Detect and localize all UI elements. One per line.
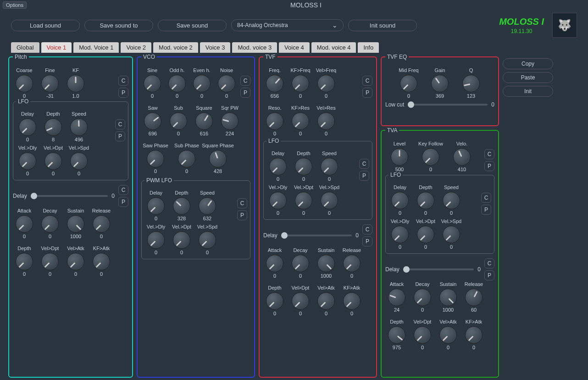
options-button[interactable]: Options — [3, 1, 27, 9]
knob-dial[interactable] — [400, 75, 417, 92]
c-button[interactable]: C — [481, 193, 491, 203]
knob-dial[interactable] — [414, 326, 431, 344]
knob-dial[interactable] — [417, 192, 434, 209]
knob-dial[interactable] — [414, 289, 431, 306]
c-button[interactable]: C — [362, 76, 372, 86]
p-button[interactable]: P — [362, 236, 372, 246]
tab-mod-voice-3[interactable]: Mod. voice 3 — [232, 42, 277, 53]
init-sound-button[interactable]: Init sound — [348, 20, 417, 31]
knob-dial[interactable] — [439, 326, 457, 344]
knob-dial[interactable] — [41, 75, 59, 92]
knob-dial[interactable] — [292, 112, 309, 130]
tab-mod-voice-1[interactable]: Mod. Voice 1 — [73, 42, 119, 53]
knob-dial[interactable] — [67, 253, 84, 270]
tab-global[interactable]: Global — [11, 42, 39, 53]
knob-dial[interactable] — [16, 75, 33, 92]
knob-dial[interactable] — [465, 326, 483, 344]
knob-dial[interactable] — [431, 75, 449, 92]
p-button[interactable]: P — [484, 161, 494, 171]
p-button[interactable]: P — [118, 88, 128, 98]
c-button[interactable]: C — [237, 198, 247, 208]
p-button[interactable]: P — [118, 197, 128, 207]
knob-dial[interactable] — [19, 152, 36, 170]
tab-voice-1[interactable]: Voice 1 — [41, 42, 72, 53]
c-button[interactable]: C — [484, 258, 494, 268]
knob-dial[interactable] — [93, 215, 110, 233]
knob-dial[interactable] — [16, 215, 33, 233]
knob-dial[interactable] — [67, 215, 84, 233]
knob-dial[interactable] — [391, 192, 409, 209]
knob-dial[interactable] — [178, 150, 195, 168]
knob-dial[interactable] — [317, 292, 335, 310]
c-button[interactable]: C — [118, 76, 128, 86]
knob-dial[interactable] — [16, 253, 33, 270]
knob-dial[interactable] — [391, 226, 409, 243]
tva-delay-slider[interactable] — [403, 268, 474, 270]
knob-dial[interactable] — [292, 75, 309, 92]
knob-dial[interactable] — [462, 75, 480, 92]
p-button[interactable]: P — [115, 131, 125, 141]
p-button[interactable]: P — [481, 205, 491, 215]
knob-dial[interactable] — [465, 289, 483, 306]
knob-dial[interactable] — [317, 112, 335, 130]
knob-dial[interactable] — [193, 75, 211, 92]
knob-dial[interactable] — [144, 112, 161, 130]
knob-dial[interactable] — [343, 255, 361, 272]
p-button[interactable]: P — [240, 88, 250, 98]
tab-mod-voice-2[interactable]: Mod. voice 2 — [153, 42, 198, 53]
knob-dial[interactable] — [439, 289, 457, 306]
knob-dial[interactable] — [422, 148, 439, 166]
knob-dial[interactable] — [266, 112, 283, 130]
knob-dial[interactable] — [317, 255, 335, 272]
copy-button[interactable]: Copy — [503, 58, 553, 69]
knob-dial[interactable] — [295, 192, 312, 209]
knob-dial[interactable] — [195, 112, 213, 130]
knob-dial[interactable] — [292, 292, 309, 310]
knob-dial[interactable] — [321, 192, 338, 209]
knob-dial[interactable] — [221, 112, 239, 130]
knob-dial[interactable] — [67, 75, 84, 92]
paste-button[interactable]: Paste — [503, 72, 553, 83]
tab-voice-4[interactable]: Voice 4 — [279, 42, 310, 53]
load-sound-button[interactable]: Load sound — [11, 20, 80, 31]
knob-dial[interactable] — [388, 289, 405, 306]
knob-dial[interactable] — [70, 118, 88, 136]
c-button[interactable]: C — [362, 224, 372, 235]
knob-dial[interactable] — [168, 75, 186, 92]
tab-mod-voice-4[interactable]: Mod. voice 4 — [311, 42, 356, 53]
knob-dial[interactable] — [44, 152, 62, 170]
knob-dial[interactable] — [295, 158, 312, 175]
knob-dial[interactable] — [147, 150, 164, 168]
knob-dial[interactable] — [218, 75, 235, 92]
knob-dial[interactable] — [147, 197, 165, 215]
knob-dial[interactable] — [321, 158, 338, 175]
lowcut-slider[interactable] — [408, 104, 488, 106]
knob-dial[interactable] — [44, 118, 62, 136]
knob-dial[interactable] — [443, 192, 460, 209]
save-sound-button[interactable]: Save sound — [158, 20, 227, 31]
knob-dial[interactable] — [199, 231, 216, 249]
pitch-delay-slider[interactable] — [31, 195, 108, 197]
knob-dial[interactable] — [266, 255, 283, 272]
knob-dial[interactable] — [266, 292, 283, 310]
tab-voice-3[interactable]: Voice 3 — [200, 42, 231, 53]
knob-dial[interactable] — [317, 75, 335, 92]
c-button[interactable]: C — [359, 159, 369, 169]
init-button[interactable]: Init — [503, 86, 553, 97]
knob-dial[interactable] — [70, 152, 88, 170]
knob-dial[interactable] — [93, 253, 110, 270]
tab-info[interactable]: Info — [358, 42, 379, 53]
knob-dial[interactable] — [170, 112, 187, 130]
knob-dial[interactable] — [417, 226, 434, 243]
knob-dial[interactable] — [173, 231, 190, 249]
knob-dial[interactable] — [266, 75, 283, 92]
knob-dial[interactable] — [209, 150, 227, 168]
tvf-delay-slider[interactable] — [281, 235, 352, 236]
c-button[interactable]: C — [118, 185, 128, 195]
c-button[interactable]: C — [240, 76, 250, 86]
preset-dropdown[interactable]: 84-Analog Orchestra ⌄ — [231, 19, 344, 31]
p-button[interactable]: P — [484, 270, 494, 280]
knob-dial[interactable] — [144, 75, 161, 92]
knob-dial[interactable] — [343, 292, 361, 310]
save-sound-to-button[interactable]: Save sound to — [84, 20, 153, 31]
